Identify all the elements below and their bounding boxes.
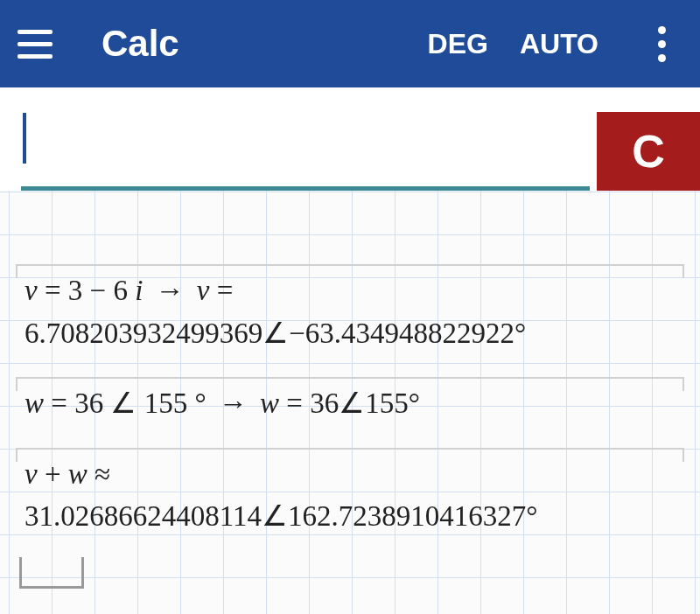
var-v-result: v [197, 275, 210, 306]
plus-op: + [45, 458, 61, 490]
results-grid[interactable]: v = 3 − 6 i → v = 6.708203932499369∠−63.… [0, 191, 700, 614]
expression-line: w = 36 ∠ 155 ° → w = 36∠155° [16, 382, 684, 425]
result-line: 6.708203932499369∠−63.434948822922° [16, 312, 684, 355]
expr-value: 3 − 6 [68, 275, 128, 306]
hamburger-menu-icon[interactable] [18, 23, 60, 65]
input-bar: C [0, 87, 700, 191]
more-options-icon[interactable] [640, 23, 682, 65]
app-title: Calc [102, 23, 179, 65]
clear-button[interactable]: C [597, 112, 700, 191]
expression-input[interactable] [21, 101, 590, 191]
input-magnitude: 36 [74, 387, 103, 419]
input-angle: 155 ° [144, 387, 206, 419]
text-cursor [23, 113, 26, 164]
var-w: w [68, 458, 88, 490]
empty-input-bracket[interactable] [19, 557, 84, 589]
app-header: Calc DEG AUTO [0, 0, 700, 87]
expression-block: v = 3 − 6 i → v = 6.708203932499369∠−63.… [16, 264, 684, 354]
var-v: v [24, 458, 38, 490]
result-magnitude: 31.02686624408114 [24, 500, 262, 532]
result-magnitude: 6.708203932499369 [24, 317, 262, 349]
display-mode-button[interactable]: AUTO [520, 28, 598, 60]
var-v: v [24, 275, 38, 306]
expression-block: w = 36 ∠ 155 ° → w = 36∠155° [16, 377, 684, 425]
imag-i: i [135, 275, 143, 306]
result-line: 31.02686624408114∠162.7238910416327° [16, 495, 684, 538]
angle-mode-button[interactable]: DEG [428, 28, 488, 60]
expression-line: v + w ≈ [16, 453, 684, 496]
expression-block: v + w ≈ 31.02686624408114∠162.7238910416… [16, 448, 684, 538]
result-angle: 155° [365, 387, 420, 419]
approx-sign: ≈ [94, 458, 110, 490]
result-angle: 162.7238910416327° [288, 500, 537, 532]
var-w: w [24, 387, 44, 419]
var-w-result: w [260, 387, 279, 419]
result-magnitude: 36 [310, 387, 339, 419]
expression-line: v = 3 − 6 i → v = [16, 269, 684, 312]
result-angle: −63.434948822922° [289, 317, 526, 349]
